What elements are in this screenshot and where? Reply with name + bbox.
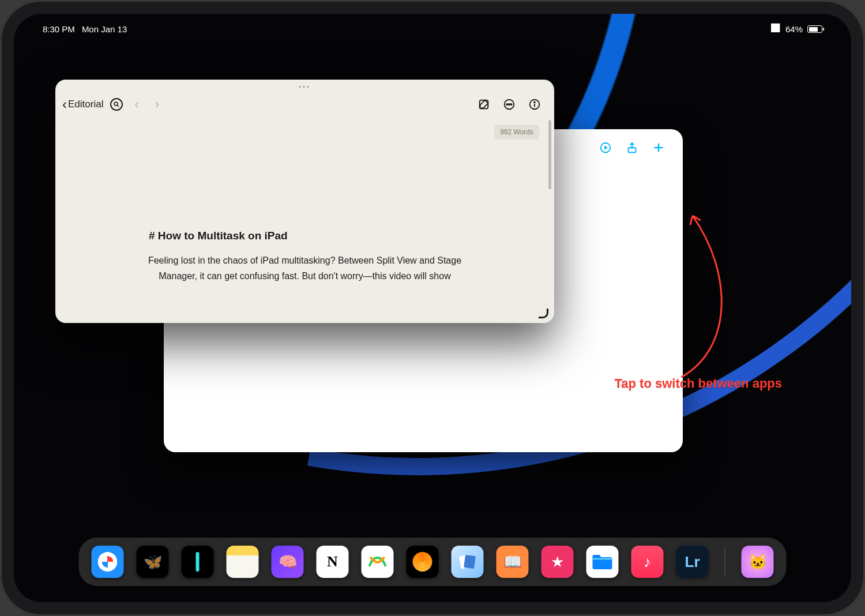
battery-pct: 64% <box>785 24 803 34</box>
dock-app-cyan-bar[interactable] <box>182 546 214 578</box>
doc-paragraph: Feeling lost in the chaos of iPad multit… <box>144 253 467 284</box>
dock-app-freeform[interactable] <box>362 546 394 578</box>
resize-handle-icon[interactable] <box>539 309 548 318</box>
back-button[interactable]: ‹ Editorial <box>62 99 103 110</box>
share-icon[interactable] <box>625 141 639 155</box>
svg-point-5 <box>506 104 507 105</box>
dock-app-butterfly[interactable]: 🦋 <box>137 546 169 578</box>
battery-icon <box>807 25 822 33</box>
status-bar: 8:30 PM Mon Jan 13 64% <box>14 24 851 34</box>
dock-app-notes[interactable] <box>227 546 259 578</box>
search-icon[interactable] <box>110 98 123 111</box>
dock-app-safari[interactable] <box>92 546 124 578</box>
history-forward-icon[interactable]: › <box>151 97 164 112</box>
dock-recent-avatar[interactable]: 🐱 <box>742 546 774 578</box>
history-back-icon[interactable]: ‹ <box>130 97 143 112</box>
svg-point-6 <box>509 104 510 105</box>
dock-app-lightroom[interactable]: Lr <box>676 546 709 578</box>
dock-app-star[interactable]: ★ <box>541 546 574 578</box>
doc-heading: # How to Multitask on iPad <box>149 230 520 242</box>
info-icon[interactable] <box>528 97 541 111</box>
status-date: Mon Jan 13 <box>82 24 127 34</box>
svg-point-2 <box>114 102 118 106</box>
dock-app-notion[interactable]: N <box>317 546 349 578</box>
compose-icon[interactable] <box>477 97 491 111</box>
word-count-badge: 992 Words <box>494 125 539 140</box>
play-icon[interactable] <box>599 141 612 155</box>
svg-point-9 <box>534 102 535 103</box>
annotation-text: Tap to switch between apps <box>614 376 782 391</box>
annotation-arrow <box>623 204 739 383</box>
svg-rect-11 <box>464 555 476 569</box>
window-handle-icon[interactable]: ••• <box>299 83 311 90</box>
dock-separator <box>725 547 725 577</box>
screen: 8:30 PM Mon Jan 13 64% <box>14 14 851 602</box>
status-time: 8:30 PM <box>43 24 75 34</box>
svg-point-7 <box>511 104 512 105</box>
dock-app-shortcuts[interactable] <box>452 546 484 578</box>
dock-app-files[interactable] <box>586 546 619 578</box>
wifi-icon <box>770 25 781 33</box>
dock-app-brain[interactable]: 🧠 <box>272 546 304 578</box>
plus-icon[interactable] <box>652 141 665 155</box>
ipad-frame: 8:30 PM Mon Jan 13 64% <box>0 0 865 616</box>
dock-app-orange[interactable] <box>407 546 439 578</box>
document-body[interactable]: # How to Multitask on iPad Feeling lost … <box>55 143 554 323</box>
more-icon[interactable] <box>502 97 516 111</box>
dock-app-music[interactable]: ♪ <box>631 546 664 578</box>
chevron-left-icon: ‹ <box>62 100 67 108</box>
dock-app-books[interactable]: 📖 <box>497 546 529 578</box>
editor-app-window[interactable]: ••• ‹ Editorial ‹ › <box>55 80 554 323</box>
dock: 🦋 🧠 N 📖 ★ ♪ Lr 🐱 <box>79 538 787 586</box>
back-label: Editorial <box>68 99 103 110</box>
